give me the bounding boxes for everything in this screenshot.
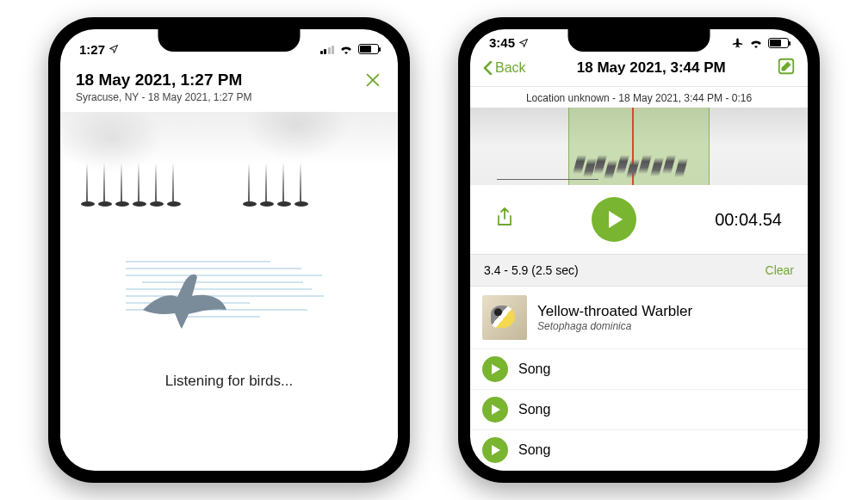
play-icon (606, 209, 625, 230)
wifi-icon (749, 38, 763, 48)
phone-right: 3:45 Back 18 May 2021, 3:44 PM Location … (458, 17, 820, 483)
song-item[interactable]: Song (470, 349, 808, 390)
location-arrow-icon (108, 44, 119, 54)
song-label: Song (518, 442, 550, 458)
nav-title: 18 May 2021, 3:44 PM (577, 59, 726, 77)
species-thumbnail (482, 295, 527, 340)
song-label: Song (518, 402, 550, 417)
recording-meta: Location unknown - 18 May 2021, 3:44 PM … (470, 87, 808, 108)
play-small-button[interactable] (482, 356, 508, 382)
selection-bar: 3.4 - 5.9 (2.5 sec) Clear (470, 254, 808, 287)
wifi-icon (339, 44, 353, 54)
bird-silhouette-icon (130, 267, 233, 344)
species-row[interactable]: Yellow-throated Warbler Setophaga domini… (470, 287, 808, 349)
spectrogram-playback[interactable] (470, 108, 808, 185)
play-small-button[interactable] (482, 397, 508, 423)
battery-icon (358, 44, 379, 54)
playback-controls: 00:04.54 (470, 185, 808, 254)
status-time: 3:45 (489, 35, 515, 50)
play-button[interactable] (592, 197, 636, 242)
song-label: Song (518, 361, 550, 377)
share-button[interactable] (496, 207, 513, 231)
share-icon (496, 207, 513, 228)
notch (568, 29, 710, 52)
species-common-name: Yellow-throated Warbler (537, 303, 692, 320)
timecode: 00:04.54 (715, 210, 782, 230)
airplane-mode-icon (731, 36, 744, 49)
phone-left: 1:27 18 May 2021, 1:27 PM Syracuse, NY -… (48, 17, 410, 483)
play-small-button[interactable] (482, 437, 508, 463)
nav-bar: Back 18 May 2021, 3:44 PM (470, 52, 808, 87)
status-right (731, 36, 789, 49)
edit-button[interactable] (777, 57, 796, 79)
song-item[interactable]: Song (470, 390, 808, 430)
status-time-group: 1:27 (79, 42, 119, 57)
back-button[interactable]: Back (482, 60, 526, 76)
close-icon (363, 71, 382, 90)
play-icon (491, 363, 501, 375)
header-title: 18 May 2021, 1:27 PM (76, 71, 252, 90)
species-scientific-name: Setophaga dominica (537, 320, 692, 332)
header-subtitle: Syracuse, NY - 18 May 2021, 1:27 PM (76, 91, 252, 103)
clear-selection-button[interactable]: Clear (766, 263, 794, 277)
back-label: Back (495, 60, 526, 76)
chevron-left-icon (482, 60, 493, 76)
battery-icon (768, 38, 789, 48)
recording-header: 18 May 2021, 1:27 PM Syracuse, NY - 18 M… (60, 64, 398, 112)
sky-graphic (126, 254, 332, 349)
spectrogram-live (60, 112, 398, 245)
close-button[interactable] (363, 71, 382, 93)
screen-left: 1:27 18 May 2021, 1:27 PM Syracuse, NY -… (60, 29, 398, 471)
song-item[interactable]: Song (470, 430, 808, 471)
signal-icon (320, 45, 335, 54)
timeline-track (497, 179, 598, 180)
notch (158, 29, 301, 52)
play-icon (491, 444, 501, 456)
screen-right: 3:45 Back 18 May 2021, 3:44 PM Location … (470, 29, 808, 471)
selection-range: 3.4 - 5.9 (2.5 sec) (484, 263, 579, 277)
play-icon (491, 404, 501, 416)
listening-illustration: Listening for birds... (60, 245, 398, 471)
edit-icon (777, 57, 796, 76)
location-arrow-icon (518, 38, 529, 48)
status-time: 1:27 (79, 42, 105, 57)
status-time-group: 3:45 (489, 35, 529, 50)
listening-status: Listening for birds... (165, 373, 293, 390)
status-right (320, 44, 380, 54)
